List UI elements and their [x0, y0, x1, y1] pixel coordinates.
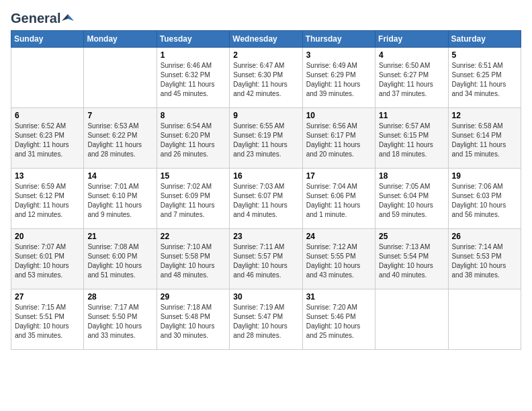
day-number: 16 [233, 171, 298, 181]
calendar-week-row: 1Sunrise: 6:46 AMSunset: 6:32 PMDaylight… [11, 48, 521, 108]
day-info: Sunrise: 6:51 AMSunset: 6:25 PMDaylight:… [452, 61, 517, 99]
day-number: 21 [87, 232, 152, 241]
day-info: Sunrise: 7:06 AMSunset: 6:03 PMDaylight:… [452, 182, 517, 220]
day-number: 24 [306, 232, 371, 241]
weekday-header-sunday: Sunday [11, 31, 84, 48]
day-number: 2 [233, 50, 298, 60]
day-number: 22 [161, 232, 226, 241]
calendar-day-cell: 8Sunrise: 6:54 AMSunset: 6:20 PMDaylight… [157, 108, 229, 169]
calendar-week-row: 27Sunrise: 7:15 AMSunset: 5:51 PMDayligh… [11, 289, 521, 350]
day-info: Sunrise: 7:13 AMSunset: 5:54 PMDaylight:… [379, 242, 444, 280]
calendar-header: SundayMondayTuesdayWednesdayThursdayFrid… [11, 31, 521, 48]
day-number: 29 [161, 292, 226, 302]
day-info: Sunrise: 6:56 AMSunset: 6:17 PMDaylight:… [306, 122, 371, 159]
calendar-day-cell: 17Sunrise: 7:04 AMSunset: 6:06 PMDayligh… [302, 169, 375, 229]
svg-marker-0 [68, 14, 74, 21]
day-info: Sunrise: 7:03 AMSunset: 6:07 PMDaylight:… [233, 182, 298, 220]
day-info: Sunrise: 7:15 AMSunset: 5:51 PMDaylight:… [15, 303, 80, 340]
calendar-table: SundayMondayTuesdayWednesdayThursdayFrid… [11, 30, 521, 350]
day-number: 1 [161, 50, 226, 60]
calendar-day-cell: 13Sunrise: 6:59 AMSunset: 6:12 PMDayligh… [11, 169, 84, 229]
calendar-day-cell: 2Sunrise: 6:47 AMSunset: 6:30 PMDaylight… [230, 48, 302, 108]
day-info: Sunrise: 7:04 AMSunset: 6:06 PMDaylight:… [306, 182, 371, 220]
page-header: General [11, 11, 521, 24]
day-info: Sunrise: 7:05 AMSunset: 6:04 PMDaylight:… [379, 182, 444, 220]
day-info: Sunrise: 6:55 AMSunset: 6:19 PMDaylight:… [233, 122, 298, 159]
calendar-day-cell: 27Sunrise: 7:15 AMSunset: 5:51 PMDayligh… [11, 289, 84, 350]
day-number: 30 [233, 292, 298, 302]
calendar-day-cell: 28Sunrise: 7:17 AMSunset: 5:50 PMDayligh… [84, 289, 157, 350]
calendar-day-cell: 23Sunrise: 7:11 AMSunset: 5:57 PMDayligh… [230, 229, 302, 289]
day-number: 14 [87, 171, 152, 181]
calendar-day-cell [375, 289, 448, 350]
day-number: 8 [161, 111, 226, 120]
day-info: Sunrise: 6:49 AMSunset: 6:29 PMDaylight:… [306, 61, 371, 99]
calendar-day-cell: 24Sunrise: 7:12 AMSunset: 5:55 PMDayligh… [302, 229, 375, 289]
calendar-day-cell: 25Sunrise: 7:13 AMSunset: 5:54 PMDayligh… [375, 229, 448, 289]
day-number: 9 [233, 111, 298, 120]
calendar-day-cell: 30Sunrise: 7:19 AMSunset: 5:47 PMDayligh… [230, 289, 302, 350]
calendar-day-cell: 26Sunrise: 7:14 AMSunset: 5:53 PMDayligh… [448, 229, 521, 289]
day-number: 17 [306, 171, 371, 181]
day-number: 6 [15, 111, 80, 120]
day-info: Sunrise: 7:01 AMSunset: 6:10 PMDaylight:… [87, 182, 152, 220]
day-number: 5 [452, 50, 517, 60]
day-info: Sunrise: 7:20 AMSunset: 5:46 PMDaylight:… [306, 303, 371, 340]
calendar-day-cell: 18Sunrise: 7:05 AMSunset: 6:04 PMDayligh… [375, 169, 448, 229]
calendar-day-cell: 10Sunrise: 6:56 AMSunset: 6:17 PMDayligh… [302, 108, 375, 169]
weekday-header-row: SundayMondayTuesdayWednesdayThursdayFrid… [11, 31, 521, 48]
weekday-header-wednesday: Wednesday [230, 31, 302, 48]
calendar-day-cell: 9Sunrise: 6:55 AMSunset: 6:19 PMDaylight… [230, 108, 302, 169]
day-number: 20 [15, 232, 80, 241]
calendar-week-row: 13Sunrise: 6:59 AMSunset: 6:12 PMDayligh… [11, 169, 521, 229]
day-info: Sunrise: 7:14 AMSunset: 5:53 PMDaylight:… [452, 242, 517, 280]
calendar-day-cell [448, 289, 521, 350]
day-info: Sunrise: 7:18 AMSunset: 5:48 PMDaylight:… [161, 303, 226, 340]
day-info: Sunrise: 6:47 AMSunset: 6:30 PMDaylight:… [233, 61, 298, 99]
day-number: 26 [452, 232, 517, 241]
day-number: 23 [233, 232, 298, 241]
calendar-day-cell: 14Sunrise: 7:01 AMSunset: 6:10 PMDayligh… [84, 169, 157, 229]
day-number: 11 [379, 111, 444, 120]
day-number: 13 [15, 171, 80, 181]
calendar-day-cell: 11Sunrise: 6:57 AMSunset: 6:15 PMDayligh… [375, 108, 448, 169]
day-info: Sunrise: 6:58 AMSunset: 6:14 PMDaylight:… [452, 122, 517, 159]
weekday-header-thursday: Thursday [302, 31, 375, 48]
calendar-day-cell: 31Sunrise: 7:20 AMSunset: 5:46 PMDayligh… [302, 289, 375, 350]
day-info: Sunrise: 7:11 AMSunset: 5:57 PMDaylight:… [233, 242, 298, 280]
day-number: 28 [87, 292, 152, 302]
day-info: Sunrise: 7:12 AMSunset: 5:55 PMDaylight:… [306, 242, 371, 280]
calendar-day-cell: 20Sunrise: 7:07 AMSunset: 6:01 PMDayligh… [11, 229, 84, 289]
day-info: Sunrise: 7:17 AMSunset: 5:50 PMDaylight:… [87, 303, 152, 340]
calendar-day-cell: 16Sunrise: 7:03 AMSunset: 6:07 PMDayligh… [230, 169, 302, 229]
day-number: 12 [452, 111, 517, 120]
calendar-day-cell: 6Sunrise: 6:52 AMSunset: 6:23 PMDaylight… [11, 108, 84, 169]
day-number: 27 [15, 292, 80, 302]
day-info: Sunrise: 6:57 AMSunset: 6:15 PMDaylight:… [379, 122, 444, 159]
calendar-day-cell: 3Sunrise: 6:49 AMSunset: 6:29 PMDaylight… [302, 48, 375, 108]
day-number: 3 [306, 50, 371, 60]
calendar-day-cell [11, 48, 84, 108]
weekday-header-tuesday: Tuesday [157, 31, 229, 48]
calendar-day-cell: 4Sunrise: 6:50 AMSunset: 6:27 PMDaylight… [375, 48, 448, 108]
calendar-day-cell: 12Sunrise: 6:58 AMSunset: 6:14 PMDayligh… [448, 108, 521, 169]
calendar-day-cell [84, 48, 157, 108]
day-number: 7 [87, 111, 152, 120]
day-info: Sunrise: 7:08 AMSunset: 6:00 PMDaylight:… [87, 242, 152, 280]
calendar-day-cell: 5Sunrise: 6:51 AMSunset: 6:25 PMDaylight… [448, 48, 521, 108]
calendar-day-cell: 19Sunrise: 7:06 AMSunset: 6:03 PMDayligh… [448, 169, 521, 229]
logo-general: General [11, 11, 60, 26]
svg-marker-1 [62, 14, 68, 21]
day-number: 19 [452, 171, 517, 181]
calendar-week-row: 20Sunrise: 7:07 AMSunset: 6:01 PMDayligh… [11, 229, 521, 289]
logo-bird-icon [62, 13, 74, 25]
day-number: 10 [306, 111, 371, 120]
calendar-day-cell: 21Sunrise: 7:08 AMSunset: 6:00 PMDayligh… [84, 229, 157, 289]
day-number: 18 [379, 171, 444, 181]
day-info: Sunrise: 7:07 AMSunset: 6:01 PMDaylight:… [15, 242, 80, 280]
day-info: Sunrise: 6:50 AMSunset: 6:27 PMDaylight:… [379, 61, 444, 99]
day-number: 4 [379, 50, 444, 60]
day-info: Sunrise: 7:19 AMSunset: 5:47 PMDaylight:… [233, 303, 298, 340]
calendar-day-cell: 7Sunrise: 6:53 AMSunset: 6:22 PMDaylight… [84, 108, 157, 169]
calendar-day-cell: 1Sunrise: 6:46 AMSunset: 6:32 PMDaylight… [157, 48, 229, 108]
